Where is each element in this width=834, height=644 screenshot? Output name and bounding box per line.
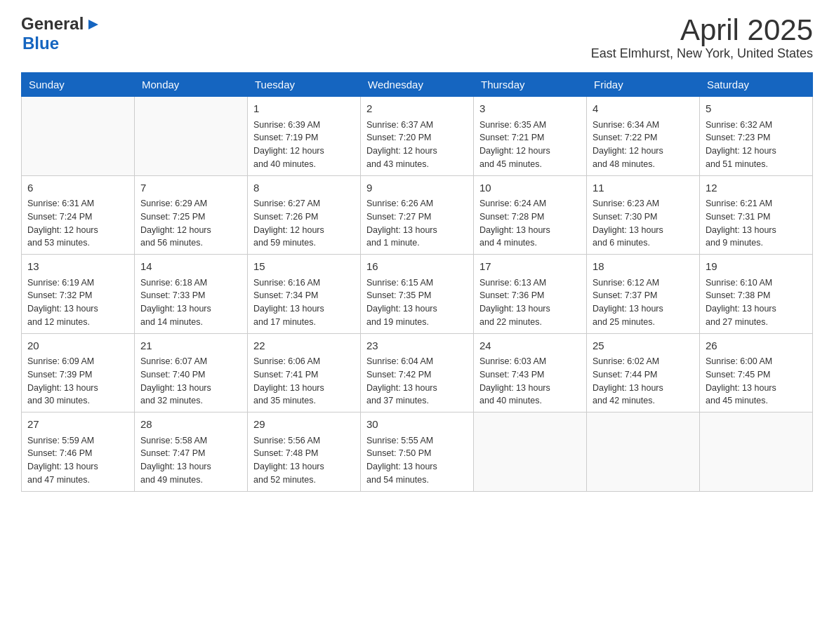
day-number: 8 [253, 180, 355, 196]
day-info: Sunrise: 6:39 AM Sunset: 7:19 PM Dayligh… [253, 119, 355, 171]
calendar-cell: 7Sunrise: 6:29 AM Sunset: 7:25 PM Daylig… [135, 175, 248, 255]
calendar-cell: 30Sunrise: 5:55 AM Sunset: 7:50 PM Dayli… [361, 412, 474, 492]
day-number: 30 [366, 417, 468, 433]
calendar-cell: 27Sunrise: 5:59 AM Sunset: 7:46 PM Dayli… [22, 412, 135, 492]
day-info: Sunrise: 6:03 AM Sunset: 7:43 PM Dayligh… [479, 355, 581, 408]
logo-general-text: General [21, 14, 84, 34]
day-info: Sunrise: 6:26 AM Sunset: 7:27 PM Dayligh… [366, 197, 468, 250]
day-info: Sunrise: 6:15 AM Sunset: 7:35 PM Dayligh… [366, 276, 468, 329]
day-info: Sunrise: 6:21 AM Sunset: 7:31 PM Dayligh… [706, 197, 807, 250]
calendar-cell: 11Sunrise: 6:23 AM Sunset: 7:30 PM Dayli… [587, 175, 700, 255]
calendar-cell: 22Sunrise: 6:06 AM Sunset: 7:41 PM Dayli… [248, 333, 361, 412]
calendar-cell: 10Sunrise: 6:24 AM Sunset: 7:28 PM Dayli… [474, 175, 587, 255]
day-of-week-header: Thursday [474, 73, 587, 97]
day-of-week-header: Sunday [22, 73, 135, 97]
calendar-cell: 6Sunrise: 6:31 AM Sunset: 7:24 PM Daylig… [22, 175, 135, 255]
day-of-week-header: Friday [587, 73, 700, 97]
logo-blue-text: Blue [22, 34, 59, 53]
calendar-cell: 12Sunrise: 6:21 AM Sunset: 7:31 PM Dayli… [700, 175, 813, 255]
day-info: Sunrise: 6:27 AM Sunset: 7:26 PM Dayligh… [253, 197, 355, 250]
day-number: 18 [593, 259, 694, 275]
calendar-week-row: 6Sunrise: 6:31 AM Sunset: 7:24 PM Daylig… [22, 175, 813, 255]
day-info: Sunrise: 6:12 AM Sunset: 7:37 PM Dayligh… [593, 276, 694, 329]
calendar-cell: 3Sunrise: 6:35 AM Sunset: 7:21 PM Daylig… [474, 97, 587, 176]
day-info: Sunrise: 6:04 AM Sunset: 7:42 PM Dayligh… [366, 355, 468, 408]
day-info: Sunrise: 6:00 AM Sunset: 7:45 PM Dayligh… [706, 355, 807, 408]
day-number: 21 [140, 338, 241, 354]
day-info: Sunrise: 6:19 AM Sunset: 7:32 PM Dayligh… [27, 276, 128, 329]
calendar-cell: 20Sunrise: 6:09 AM Sunset: 7:39 PM Dayli… [22, 333, 135, 412]
calendar-cell: 9Sunrise: 6:26 AM Sunset: 7:27 PM Daylig… [361, 175, 474, 255]
day-number: 17 [479, 259, 581, 275]
day-number: 9 [366, 180, 468, 196]
day-number: 10 [479, 180, 581, 196]
day-number: 5 [706, 101, 807, 117]
day-number: 16 [366, 259, 468, 275]
day-number: 1 [253, 101, 355, 117]
day-number: 20 [27, 338, 128, 354]
calendar-cell: 4Sunrise: 6:34 AM Sunset: 7:22 PM Daylig… [587, 97, 700, 176]
day-info: Sunrise: 6:06 AM Sunset: 7:41 PM Dayligh… [253, 355, 355, 408]
calendar-cell: 18Sunrise: 6:12 AM Sunset: 7:37 PM Dayli… [587, 255, 700, 334]
day-number: 24 [479, 338, 581, 354]
day-info: Sunrise: 5:59 AM Sunset: 7:46 PM Dayligh… [27, 434, 128, 487]
day-info: Sunrise: 6:18 AM Sunset: 7:33 PM Dayligh… [140, 276, 241, 329]
calendar-cell: 1Sunrise: 6:39 AM Sunset: 7:19 PM Daylig… [248, 97, 361, 176]
day-info: Sunrise: 6:31 AM Sunset: 7:24 PM Dayligh… [27, 197, 128, 250]
calendar-cell: 23Sunrise: 6:04 AM Sunset: 7:42 PM Dayli… [361, 333, 474, 412]
day-number: 23 [366, 338, 468, 354]
calendar-cell [22, 97, 135, 176]
day-number: 27 [27, 417, 128, 433]
day-number: 15 [253, 259, 355, 275]
day-number: 26 [706, 338, 807, 354]
page-header: General Blue April 2025 East Elmhurst, N… [21, 14, 813, 61]
calendar-header: SundayMondayTuesdayWednesdayThursdayFrid… [22, 73, 813, 97]
day-info: Sunrise: 5:58 AM Sunset: 7:47 PM Dayligh… [140, 434, 241, 487]
calendar-cell: 8Sunrise: 6:27 AM Sunset: 7:26 PM Daylig… [248, 175, 361, 255]
calendar-cell: 21Sunrise: 6:07 AM Sunset: 7:40 PM Dayli… [135, 333, 248, 412]
day-info: Sunrise: 6:07 AM Sunset: 7:40 PM Dayligh… [140, 355, 241, 408]
calendar-cell: 28Sunrise: 5:58 AM Sunset: 7:47 PM Dayli… [135, 412, 248, 492]
day-number: 14 [140, 259, 241, 275]
calendar-cell: 26Sunrise: 6:00 AM Sunset: 7:45 PM Dayli… [700, 333, 813, 412]
day-info: Sunrise: 6:32 AM Sunset: 7:23 PM Dayligh… [706, 119, 807, 171]
calendar-week-row: 27Sunrise: 5:59 AM Sunset: 7:46 PM Dayli… [22, 412, 813, 492]
day-of-week-header: Tuesday [248, 73, 361, 97]
day-info: Sunrise: 6:16 AM Sunset: 7:34 PM Dayligh… [253, 276, 355, 329]
calendar-cell [700, 412, 813, 492]
calendar-week-row: 20Sunrise: 6:09 AM Sunset: 7:39 PM Dayli… [22, 333, 813, 412]
day-number: 3 [479, 101, 581, 117]
calendar-cell [587, 412, 700, 492]
calendar-cell: 17Sunrise: 6:13 AM Sunset: 7:36 PM Dayli… [474, 255, 587, 334]
location-title: East Elmhurst, New York, United States [591, 46, 813, 61]
calendar-cell: 25Sunrise: 6:02 AM Sunset: 7:44 PM Dayli… [587, 333, 700, 412]
day-number: 7 [140, 180, 241, 196]
day-info: Sunrise: 5:56 AM Sunset: 7:48 PM Dayligh… [253, 434, 355, 487]
calendar-cell: 16Sunrise: 6:15 AM Sunset: 7:35 PM Dayli… [361, 255, 474, 334]
calendar-week-row: 1Sunrise: 6:39 AM Sunset: 7:19 PM Daylig… [22, 97, 813, 176]
day-info: Sunrise: 6:34 AM Sunset: 7:22 PM Dayligh… [593, 119, 694, 171]
day-number: 13 [27, 259, 128, 275]
day-number: 2 [366, 101, 468, 117]
calendar-cell: 24Sunrise: 6:03 AM Sunset: 7:43 PM Dayli… [474, 333, 587, 412]
svg-marker-0 [88, 20, 98, 29]
day-info: Sunrise: 6:29 AM Sunset: 7:25 PM Dayligh… [140, 197, 241, 250]
day-info: Sunrise: 6:37 AM Sunset: 7:20 PM Dayligh… [366, 119, 468, 171]
day-info: Sunrise: 6:09 AM Sunset: 7:39 PM Dayligh… [27, 355, 128, 408]
day-of-week-header: Monday [135, 73, 248, 97]
calendar-week-row: 13Sunrise: 6:19 AM Sunset: 7:32 PM Dayli… [22, 255, 813, 334]
day-info: Sunrise: 6:23 AM Sunset: 7:30 PM Dayligh… [593, 197, 694, 250]
day-number: 4 [593, 101, 694, 117]
day-number: 22 [253, 338, 355, 354]
logo-triangle-icon [86, 17, 101, 32]
calendar-table: SundayMondayTuesdayWednesdayThursdayFrid… [21, 72, 813, 492]
calendar-cell [135, 97, 248, 176]
day-number: 25 [593, 338, 694, 354]
calendar-cell: 15Sunrise: 6:16 AM Sunset: 7:34 PM Dayli… [248, 255, 361, 334]
calendar-cell: 14Sunrise: 6:18 AM Sunset: 7:33 PM Dayli… [135, 255, 248, 334]
calendar-cell: 2Sunrise: 6:37 AM Sunset: 7:20 PM Daylig… [361, 97, 474, 176]
calendar-cell [474, 412, 587, 492]
calendar-cell: 19Sunrise: 6:10 AM Sunset: 7:38 PM Dayli… [700, 255, 813, 334]
month-title: April 2025 [591, 14, 813, 46]
title-section: April 2025 East Elmhurst, New York, Unit… [591, 14, 813, 61]
